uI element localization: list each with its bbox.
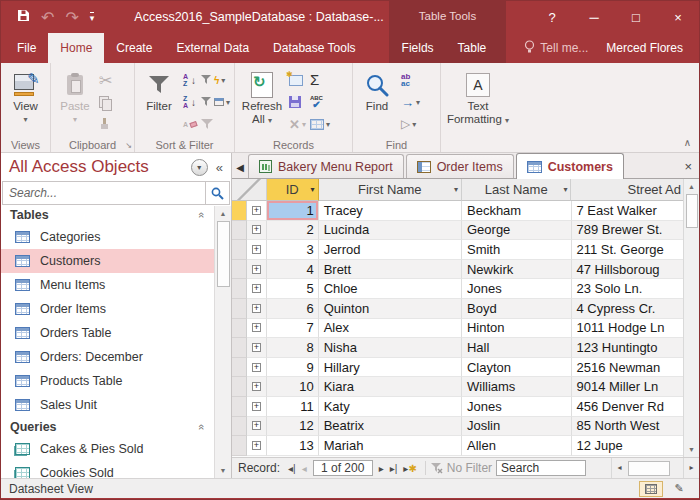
find-button[interactable]: Find (355, 66, 399, 113)
nav-pane-menu-icon[interactable]: ▼ (191, 159, 208, 176)
refresh-all-button[interactable]: ↻ Refresh All ▾ (237, 66, 287, 127)
sidebar-item-table[interactable]: Menu Items (1, 273, 231, 297)
cell-id[interactable]: 7 (267, 319, 319, 339)
scroll-down-icon[interactable]: ▼ (215, 463, 231, 478)
scrollbar-thumb[interactable] (217, 221, 230, 287)
expand-subdatasheet-button[interactable]: + (247, 436, 267, 456)
record-selector[interactable] (232, 240, 247, 260)
cell-first-name[interactable]: Hillary (319, 358, 462, 378)
tab-fields[interactable]: Fields (390, 33, 446, 63)
replace-button[interactable]: abac (399, 71, 422, 89)
next-record-button[interactable]: ▸ (376, 463, 387, 474)
advanced-filter-button[interactable]: ▾ (199, 93, 232, 111)
tab-order-items[interactable]: Order Items (406, 154, 514, 178)
previous-record-button[interactable]: ◂ (299, 463, 310, 474)
cell-street-address[interactable]: 7 East Walker (572, 201, 684, 221)
cell-last-name[interactable]: Williams (462, 377, 572, 397)
view-button[interactable]: ✎ View ▾ (4, 66, 48, 126)
minimize-button[interactable]: ─ (573, 10, 615, 25)
filter-dropdown-icon[interactable]: ▾ (563, 185, 567, 194)
table-row[interactable]: + 11 Katy Jones 456 Denver Rd (232, 397, 683, 417)
search-icon[interactable] (205, 182, 229, 204)
new-record-button[interactable]: ▸✱ (400, 463, 419, 474)
cell-first-name[interactable]: Jerrod (319, 240, 462, 260)
tab-external-data[interactable]: External Data (164, 33, 261, 63)
expand-subdatasheet-button[interactable]: + (247, 397, 267, 417)
last-record-button[interactable]: ▸| (387, 463, 401, 474)
close-button[interactable]: × (657, 10, 699, 25)
datasheet-view-button[interactable] (639, 481, 663, 497)
new-record-button[interactable] (287, 71, 308, 89)
record-selector[interactable] (232, 397, 247, 417)
sidebar-item-table[interactable]: Order Items (1, 297, 231, 321)
cell-street-address[interactable]: 123 Huntingto (572, 338, 684, 358)
expand-subdatasheet-button[interactable]: + (247, 358, 267, 378)
paste-button[interactable]: Paste ▾ (53, 66, 97, 126)
record-selector[interactable] (232, 417, 247, 437)
table-row[interactable]: + 2 Lucinda George 789 Brewer St. (232, 221, 683, 241)
cell-street-address[interactable]: 4 Cypress Cr. (572, 299, 684, 319)
maximize-button[interactable]: □ (615, 10, 657, 25)
cell-first-name[interactable]: Mariah (319, 436, 462, 456)
record-selector[interactable] (232, 201, 247, 221)
shutter-bar-close-icon[interactable]: « (216, 160, 223, 175)
cell-id[interactable]: 11 (267, 397, 319, 417)
tab-table[interactable]: Table (446, 33, 499, 63)
sort-ascending-button[interactable]: AZ↓ (181, 71, 199, 89)
expand-subdatasheet-button[interactable]: + (247, 201, 267, 221)
cell-street-address[interactable]: 23 Solo Ln. (572, 279, 684, 299)
horizontal-scrollbar[interactable]: ◂ ▸ (611, 458, 699, 478)
cell-street-address[interactable]: 12 Jupe (572, 436, 684, 456)
tab-file[interactable]: File (5, 33, 48, 63)
tab-scroll-left-icon[interactable]: ◀ (232, 162, 248, 178)
cell-last-name[interactable]: Hinton (462, 319, 572, 339)
scroll-left-icon[interactable]: ◂ (611, 458, 627, 478)
cell-last-name[interactable]: Hall (462, 338, 572, 358)
record-selector[interactable] (232, 377, 247, 397)
cell-last-name[interactable]: Jones (462, 279, 572, 299)
expand-subdatasheet-button[interactable]: + (247, 240, 267, 260)
cell-id[interactable]: 3 (267, 240, 319, 260)
cell-id[interactable]: 13 (267, 436, 319, 456)
customize-qat-icon[interactable]: ▾ (90, 12, 95, 22)
cell-street-address[interactable]: 9014 Miller Ln (572, 377, 684, 397)
tab-bakery-menu-report[interactable]: Bakery Menu Report (248, 154, 404, 178)
collapse-group-icon[interactable]: « (196, 212, 208, 218)
delete-record-button[interactable]: ✕▾ (287, 115, 308, 133)
record-selector[interactable] (232, 299, 247, 319)
cell-street-address[interactable]: 211 St. George (572, 240, 684, 260)
user-account[interactable]: Merced Flores (606, 33, 683, 63)
nav-search-input[interactable] (3, 186, 205, 200)
first-record-button[interactable]: ◂| (285, 463, 299, 474)
cell-last-name[interactable]: Clayton (462, 358, 572, 378)
text-formatting-button[interactable]: A Text Formatting ▾ (443, 66, 513, 127)
cell-id[interactable]: 2 (267, 221, 319, 241)
copy-button[interactable] (97, 93, 114, 111)
cell-first-name[interactable]: Beatrix (319, 417, 462, 437)
clipboard-dialog-launcher-icon[interactable]: ↘ (125, 141, 132, 150)
spelling-button[interactable]: ABC✔ (308, 93, 332, 111)
tab-database-tools[interactable]: Database Tools (261, 33, 368, 63)
cell-street-address[interactable]: 2516 Newman (572, 358, 684, 378)
table-row[interactable]: + 9 Hillary Clayton 2516 Newman (232, 358, 683, 378)
tab-home[interactable]: Home (48, 33, 104, 63)
cell-first-name[interactable]: Lucinda (319, 221, 462, 241)
column-header-street-address[interactable]: Street Ad (571, 179, 683, 201)
cell-street-address[interactable]: 1011 Hodge Ln (572, 319, 684, 339)
selection-filter-button[interactable]: ϟ ▾ (199, 71, 232, 89)
cell-street-address[interactable]: 85 North West (572, 417, 684, 437)
cell-last-name[interactable]: Joslin (462, 417, 572, 437)
sidebar-item-table[interactable]: Orders Table (1, 321, 231, 345)
expand-subdatasheet-button[interactable]: + (247, 279, 267, 299)
cell-first-name[interactable]: Brett (319, 260, 462, 280)
save-record-button[interactable] (287, 93, 308, 111)
cell-last-name[interactable]: Newkirk (462, 260, 572, 280)
table-row[interactable]: + 10 Kiara Williams 9014 Miller Ln (232, 377, 683, 397)
totals-button[interactable]: Σ (308, 71, 332, 89)
cell-first-name[interactable]: Alex (319, 319, 462, 339)
cell-first-name[interactable]: Nisha (319, 338, 462, 358)
record-selector[interactable] (232, 221, 247, 241)
scroll-right-icon[interactable]: ▸ (683, 458, 699, 478)
cell-id[interactable]: 12 (267, 417, 319, 437)
cell-street-address[interactable]: 47 Hillsboroug (572, 260, 684, 280)
